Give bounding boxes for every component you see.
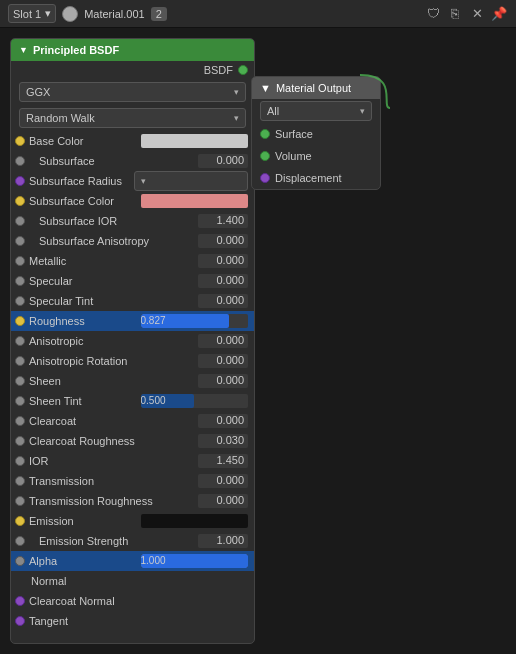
extra-socket-1[interactable]	[15, 596, 25, 606]
socket-dot-1[interactable]	[15, 156, 25, 166]
value-field-4[interactable]: 1.400	[198, 214, 248, 228]
prop-row-specular: Specular0.000	[11, 271, 254, 291]
socket-dot-3[interactable]	[15, 196, 25, 206]
ggx-dropdown[interactable]: GGX ▾	[19, 82, 246, 102]
ggx-arrow-icon: ▾	[234, 87, 239, 97]
socket-dot-20[interactable]	[15, 536, 25, 546]
value-field-16[interactable]: 1.450	[198, 454, 248, 468]
socket-dot-16[interactable]	[15, 456, 25, 466]
prop-row-base-color: Base Color	[11, 131, 254, 151]
prop-label-6: Metallic	[29, 255, 194, 267]
slot-dropdown[interactable]: Slot 1 ▾	[8, 4, 56, 23]
socket-dot-8[interactable]	[15, 296, 25, 306]
prop-label-3: Subsurface Color	[29, 195, 137, 207]
extra-socket-2[interactable]	[15, 616, 25, 626]
value-field-12[interactable]: 0.000	[198, 374, 248, 388]
prop-row-transmission: Transmission0.000	[11, 471, 254, 491]
prop-label-11: Anisotropic Rotation	[29, 355, 194, 367]
pin-icon[interactable]: 📌	[490, 5, 508, 23]
socket-dot-18[interactable]	[15, 496, 25, 506]
socket-dot-4[interactable]	[15, 216, 25, 226]
extra-row-tangent: Tangent	[11, 611, 254, 631]
prop-row-metallic: Metallic0.000	[11, 251, 254, 271]
value-field-1[interactable]: 0.000	[198, 154, 248, 168]
socket-dot-0[interactable]	[15, 136, 25, 146]
prop-label-15: Clearcoat Roughness	[29, 435, 194, 447]
value-field-7[interactable]: 0.000	[198, 274, 248, 288]
copy-icon[interactable]: ⎘	[446, 5, 464, 23]
socket-dot-15[interactable]	[15, 436, 25, 446]
prop-label-12: Sheen	[29, 375, 194, 387]
material-badge: 2	[151, 7, 167, 21]
output-dropdown[interactable]: All ▾	[260, 101, 372, 121]
output-socket-row-1: Volume	[252, 145, 380, 167]
socket-dot-14[interactable]	[15, 416, 25, 426]
value-field-17[interactable]: 0.000	[198, 474, 248, 488]
socket-dot-17[interactable]	[15, 476, 25, 486]
value-field-20[interactable]: 1.000	[198, 534, 248, 548]
prop-label-13: Sheen Tint	[29, 395, 137, 407]
value-field-10[interactable]: 0.000	[198, 334, 248, 348]
output-arrow-icon: ▾	[360, 106, 365, 116]
bar-text-13: 0.500	[141, 395, 166, 406]
prop-row-clearcoat: Clearcoat0.000	[11, 411, 254, 431]
bar-text-9: 0.827	[141, 315, 166, 326]
output-socket-row-2: Displacement	[252, 167, 380, 189]
close-icon[interactable]: ✕	[468, 5, 486, 23]
prop-row-sheen: Sheen0.000	[11, 371, 254, 391]
value-field-8[interactable]: 0.000	[198, 294, 248, 308]
prop-row-anisotropic: Anisotropic0.000	[11, 331, 254, 351]
socket-dot-10[interactable]	[15, 336, 25, 346]
value-field-18[interactable]: 0.000	[198, 494, 248, 508]
bsdf-output-row: BSDF	[11, 61, 254, 79]
output-sockets: SurfaceVolumeDisplacement	[252, 123, 380, 189]
output-socket-dot-1[interactable]	[260, 151, 270, 161]
bsdf-properties: Base ColorSubsurface0.000Subsurface Radi…	[11, 131, 254, 571]
bar-field-13[interactable]: 0.500	[141, 394, 249, 408]
socket-dot-11[interactable]	[15, 356, 25, 366]
value-field-15[interactable]: 0.030	[198, 434, 248, 448]
socket-dot-9[interactable]	[15, 316, 25, 326]
socket-dot-2[interactable]	[15, 176, 25, 186]
value-field-11[interactable]: 0.000	[198, 354, 248, 368]
bar-field-21[interactable]: 1.000	[141, 554, 249, 568]
extra-row-normal: Normal	[11, 571, 254, 591]
output-socket-dot-0[interactable]	[260, 129, 270, 139]
main-area: ▼ Principled BSDF BSDF GGX ▾ Random Walk…	[0, 28, 516, 654]
prop-dropdown-2[interactable]: ▾	[134, 171, 249, 191]
prop-label-0: Base Color	[29, 135, 137, 147]
output-socket-label-2: Displacement	[275, 172, 342, 184]
extra-label-0: Normal	[31, 575, 248, 587]
value-field-6[interactable]: 0.000	[198, 254, 248, 268]
prop-label-20: Emission Strength	[29, 535, 194, 547]
random-walk-dropdown[interactable]: Random Walk ▾	[19, 108, 246, 128]
bar-field-9[interactable]: 0.827	[141, 314, 249, 328]
prop-row-subsurface-radius: Subsurface Radius▾	[11, 171, 254, 191]
socket-dot-19[interactable]	[15, 516, 25, 526]
value-field-5[interactable]: 0.000	[198, 234, 248, 248]
output-socket-dot-2[interactable]	[260, 173, 270, 183]
globe-icon	[62, 6, 78, 22]
prop-row-anisotropic-rotation: Anisotropic Rotation0.000	[11, 351, 254, 371]
prop-label-18: Transmission Roughness	[29, 495, 194, 507]
prop-label-14: Clearcoat	[29, 415, 194, 427]
output-panel-header: ▼ Material Output	[252, 77, 380, 99]
shield-icon[interactable]: 🛡	[424, 5, 442, 23]
socket-dot-13[interactable]	[15, 396, 25, 406]
socket-dot-6[interactable]	[15, 256, 25, 266]
bsdf-socket-dot[interactable]	[238, 65, 248, 75]
color-swatch-19[interactable]	[141, 514, 249, 528]
extra-row-clearcoat-normal: Clearcoat Normal	[11, 591, 254, 611]
output-collapse-icon: ▼	[260, 82, 271, 94]
socket-dot-21[interactable]	[15, 556, 25, 566]
color-swatch-3[interactable]	[141, 194, 249, 208]
prop-label-19: Emission	[29, 515, 137, 527]
value-field-14[interactable]: 0.000	[198, 414, 248, 428]
socket-dot-12[interactable]	[15, 376, 25, 386]
color-swatch-0[interactable]	[141, 134, 249, 148]
bsdf-extras: NormalClearcoat NormalTangent	[11, 571, 254, 631]
prop-label-8: Specular Tint	[29, 295, 194, 307]
socket-dot-5[interactable]	[15, 236, 25, 246]
prop-row-roughness: Roughness0.827	[11, 311, 254, 331]
socket-dot-7[interactable]	[15, 276, 25, 286]
